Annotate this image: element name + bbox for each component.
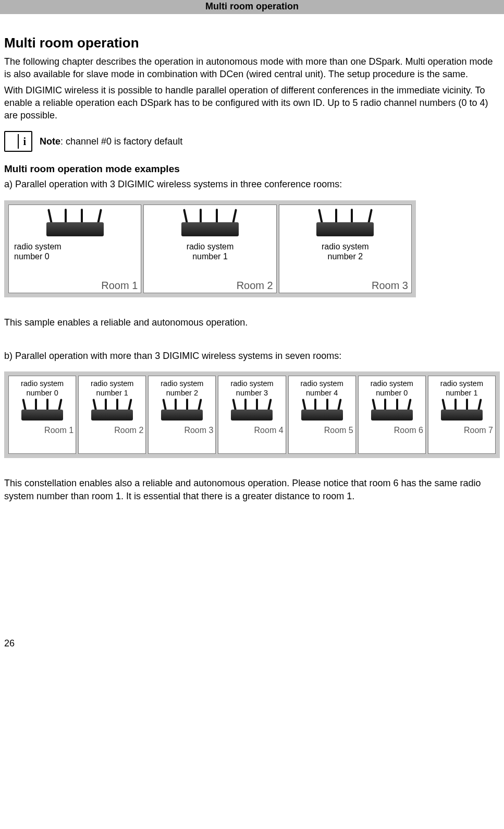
device-icon xyxy=(21,401,63,420)
intro-paragraph-1: The following chapter describes the oper… xyxy=(4,55,500,81)
room-cell: radio system number 2 Room 3 xyxy=(279,205,412,293)
room-name: Room 3 xyxy=(151,426,213,435)
room-cell: radio system number 1 Room 7 xyxy=(428,376,496,454)
device-icon xyxy=(231,401,273,420)
room-name: Room 2 xyxy=(81,426,143,435)
radio-system-label: radio system number 2 xyxy=(282,242,408,261)
radio-system-label: radio system number 1 xyxy=(81,379,143,398)
room-name: Room 4 xyxy=(220,426,283,435)
radio-system-label: radio system number 4 xyxy=(291,379,353,398)
example-b-outro: This constellation enables also a reliab… xyxy=(4,477,500,502)
intro-paragraph-2: With DIGIMIC wireless it is possible to … xyxy=(4,84,500,122)
room-name: Room 3 xyxy=(282,280,408,292)
room-cell: radio system number 4 Room 5 xyxy=(288,376,356,454)
examples-heading: Multi room operation mode examples xyxy=(4,163,500,175)
note-body: : channel #0 is factory default xyxy=(60,136,182,147)
radio-system-label: radio system number 0 xyxy=(14,242,138,261)
section-title: Multi room operation xyxy=(4,35,500,51)
page-header: Multi room operation xyxy=(0,0,504,14)
radio-system-label: radio system number 3 xyxy=(220,379,283,398)
radio-system-label: radio system number 2 xyxy=(151,379,213,398)
example-a-diagram: radio system number 0 Room 1 radio syste… xyxy=(4,200,416,297)
device-icon xyxy=(91,401,133,420)
example-a-outro: This sample enables a reliable and auton… xyxy=(4,316,500,329)
radio-system-label: radio system number 1 xyxy=(431,379,493,398)
example-b-diagram: radio system number 0 Room 1 radio syste… xyxy=(4,371,500,458)
device-icon xyxy=(371,401,413,420)
note-text: Note: channel #0 is factory default xyxy=(40,136,182,147)
room-name: Room 6 xyxy=(361,426,423,435)
radio-system-label: radio system number 0 xyxy=(11,379,73,398)
device-icon xyxy=(46,211,104,236)
device-icon xyxy=(301,401,343,420)
note-block: i Note: channel #0 is factory default xyxy=(4,131,500,152)
room-cell: radio system number 2 Room 3 xyxy=(148,376,216,454)
room-cell: radio system number 1 Room 2 xyxy=(78,376,146,454)
device-icon xyxy=(181,211,239,236)
device-icon xyxy=(161,401,203,420)
radio-system-label: radio system number 1 xyxy=(147,242,273,261)
room-name: Room 1 xyxy=(12,280,138,292)
room-name: Room 2 xyxy=(147,280,273,292)
device-icon xyxy=(441,401,483,420)
room-name: Room 5 xyxy=(291,426,353,435)
room-cell: radio system number 1 Room 2 xyxy=(143,205,276,293)
example-a-intro: a) Parallel operation with 3 DIGIMIC wir… xyxy=(4,178,500,190)
room-cell: radio system number 3 Room 4 xyxy=(218,376,286,454)
room-cell: radio system number 0 Room 1 xyxy=(8,376,76,454)
room-cell: radio system number 0 Room 6 xyxy=(358,376,426,454)
room-cell: radio system number 0 Room 1 xyxy=(8,205,141,293)
page-number: 26 xyxy=(4,638,504,649)
example-b-intro: b) Parallel operation with more than 3 D… xyxy=(4,350,500,362)
note-label: Note xyxy=(40,136,60,147)
radio-system-label: radio system number 0 xyxy=(361,379,423,398)
page-content: Multi room operation The following chapt… xyxy=(0,35,504,502)
room-name: Room 1 xyxy=(11,426,73,435)
book-info-icon: i xyxy=(4,131,32,152)
room-name: Room 7 xyxy=(431,426,493,435)
device-icon xyxy=(316,211,374,236)
page-header-title: Multi room operation xyxy=(205,1,299,11)
